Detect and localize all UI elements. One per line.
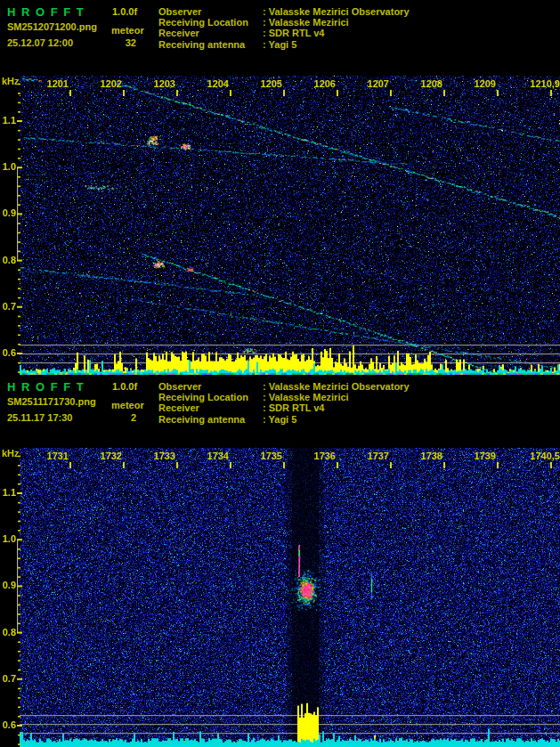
info-label: Receiving Location	[158, 392, 263, 402]
spectrogram-plot-2: kHz 173117321733173417351736173717381739…	[0, 448, 560, 747]
filename-label: SM2511171730.png	[7, 396, 96, 407]
freq-label: 0.7	[3, 673, 16, 684]
info-value: SDR RTL v4	[269, 402, 325, 413]
time-label: 1738	[421, 451, 442, 461]
info-label: Observer	[158, 6, 263, 17]
freq-unit-label: kHz	[2, 76, 20, 86]
info-value: Valasske Mezirici Observatory	[269, 381, 410, 392]
time-label: 1210,9	[530, 78, 560, 89]
info-value: SDR RTL v4	[269, 28, 325, 38]
time-label: 1207	[368, 78, 389, 89]
filename-label: SM2512071200.png	[7, 21, 97, 32]
spectrogram-canvas-1	[0, 76, 560, 375]
info-label: Receiving antenna	[158, 414, 263, 425]
spectrogram-panel-2: H R O F F T 1.0.0f SM2511171730.png mete…	[0, 375, 560, 747]
info-row: Receiving Location: Valasske Mezirici	[158, 17, 410, 28]
version-label: 1.0.0f	[112, 6, 137, 17]
freq-label: 0.9	[3, 580, 16, 590]
info-row: Receiving Location: Valasske Mezirici	[158, 392, 410, 402]
freq-label: 0.8	[3, 627, 16, 637]
time-label: 1209	[475, 78, 496, 89]
info-label: Receiver	[158, 28, 263, 38]
timestamp-label: 25.11.17 17:30	[7, 412, 72, 423]
info-label: Receiving Location	[158, 17, 263, 28]
info-row: Observer: Valasske Mezirici Observatory	[158, 381, 410, 392]
app-title: H R O F F T	[7, 5, 85, 19]
hrofft-screenshot: { "meta": { "app": "HROFFT", "separator"…	[0, 0, 560, 747]
time-label: 1736	[314, 451, 336, 461]
info-separator: :	[263, 414, 266, 425]
freq-label: 1.1	[3, 487, 16, 498]
spectrogram-plot-1: kHz 120112021203120412051206120712081209…	[0, 76, 560, 375]
time-label: 1732	[101, 451, 122, 461]
time-label: 1735	[261, 451, 282, 461]
app-title: H R O F F T	[7, 380, 85, 394]
station-info: Observer: Valasske Mezirici Observatory …	[158, 6, 410, 50]
mode-label: meteor	[111, 25, 144, 36]
time-label: 1205	[261, 78, 282, 89]
freq-label: 0.6	[3, 347, 16, 358]
info-value: Valasske Mezirici	[269, 17, 349, 28]
time-label: 1734	[207, 451, 229, 461]
freq-unit-label: kHz	[2, 448, 20, 459]
info-separator: :	[263, 381, 266, 392]
time-label: 1201	[47, 78, 69, 89]
freq-label: 0.9	[3, 207, 16, 218]
info-row: Receiving antenna: Yagi 5	[158, 414, 410, 425]
info-row: Receiving antenna: Yagi 5	[158, 39, 410, 50]
panel-2-header: H R O F F T 1.0.0f SM2511171730.png mete…	[0, 375, 560, 448]
time-label: 1203	[154, 78, 175, 89]
spectrogram-canvas-2	[0, 448, 560, 747]
info-separator: :	[263, 402, 266, 413]
freq-label: 1.0	[3, 533, 16, 544]
time-label: 1733	[154, 451, 175, 461]
info-value: Valasske Mezirici	[269, 392, 349, 402]
time-label: 1206	[314, 78, 336, 89]
timestamp-label: 25.12.07 12:00	[7, 37, 73, 48]
info-value: Yagi 5	[269, 414, 297, 425]
freq-label: 0.7	[3, 301, 16, 312]
info-label: Receiving antenna	[158, 39, 263, 50]
meteor-count: 32	[93, 37, 136, 48]
station-info: Observer: Valasske Mezirici Observatory …	[158, 381, 410, 425]
info-separator: :	[263, 17, 266, 28]
time-label: 1204	[207, 78, 229, 89]
freq-label: 0.8	[3, 255, 16, 265]
freq-label: 0.6	[3, 719, 16, 730]
version-label: 1.0.0f	[112, 381, 137, 392]
info-label: Receiver	[158, 402, 263, 413]
time-label: 1740,5	[530, 451, 560, 461]
meteor-count: 2	[93, 412, 136, 423]
info-label: Observer	[158, 381, 263, 392]
panel-1-header: H R O F F T 1.0.0f SM2512071200.png mete…	[0, 0, 560, 76]
info-value: Valasske Mezirici Observatory	[269, 6, 410, 17]
mode-label: meteor	[111, 400, 144, 410]
info-separator: :	[263, 392, 266, 402]
info-row: Receiver: SDR RTL v4	[158, 402, 410, 413]
info-row: Receiver: SDR RTL v4	[158, 28, 410, 38]
info-row: Observer: Valasske Mezirici Observatory	[158, 6, 410, 17]
time-label: 1737	[368, 451, 389, 461]
info-value: Yagi 5	[269, 39, 297, 50]
spectrogram-panel-1: H R O F F T 1.0.0f SM2512071200.png mete…	[0, 0, 560, 375]
freq-label: 1.1	[3, 115, 16, 126]
time-label: 1208	[421, 78, 442, 89]
info-separator: :	[263, 39, 266, 50]
freq-label: 1.0	[3, 161, 16, 172]
info-separator: :	[263, 6, 266, 17]
time-label: 1202	[101, 78, 122, 89]
time-label: 1731	[47, 451, 69, 461]
info-separator: :	[263, 28, 266, 38]
time-label: 1739	[475, 451, 496, 461]
